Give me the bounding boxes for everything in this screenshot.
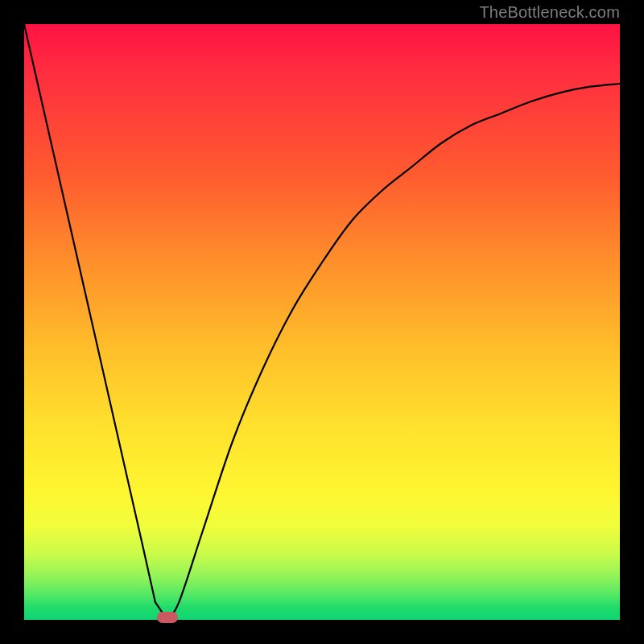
min-marker xyxy=(157,612,178,623)
plot-area xyxy=(24,24,620,620)
chart-stage: TheBottleneck.com xyxy=(0,0,644,644)
watermark-text: TheBottleneck.com xyxy=(479,3,620,22)
bottleneck-curve-path xyxy=(24,24,620,620)
curve-svg xyxy=(24,24,620,620)
